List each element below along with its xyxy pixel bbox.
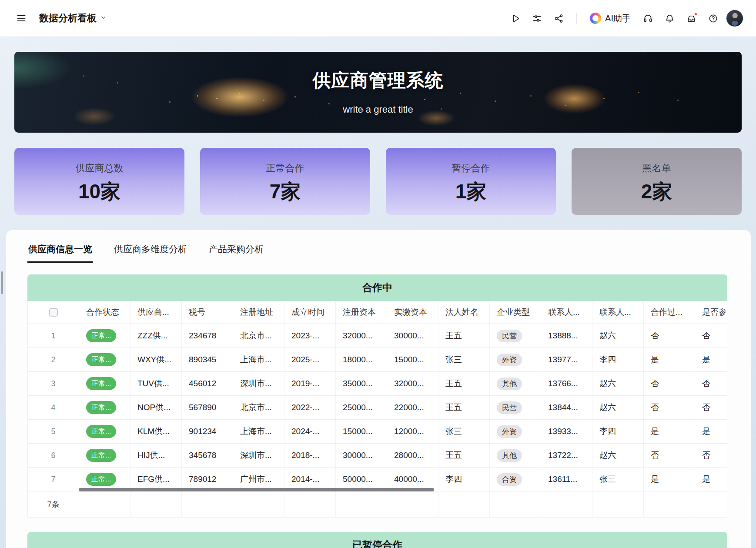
footer-cell	[284, 491, 336, 517]
cell-address: 北京市...	[233, 396, 284, 419]
row-index: 5	[28, 420, 79, 443]
stat-card-paused-cooperation[interactable]: 暂停合作 1家	[386, 148, 556, 215]
cell-contact_name: 赵六	[592, 444, 644, 467]
table-header-row: 合作状态供应商...税号注册地址成立时间注册资本实缴资本法人姓名企业类型联系人.…	[27, 301, 727, 324]
status-badge: 正常...	[86, 425, 116, 438]
menu-icon[interactable]	[13, 10, 30, 27]
share-icon[interactable]	[550, 10, 567, 27]
cell-contact_phone: 13766...	[541, 372, 592, 395]
table-footer-row: 7条	[27, 491, 727, 518]
select-all-checkbox[interactable]	[49, 308, 58, 317]
board-title[interactable]: 数据分析看板	[39, 12, 107, 25]
bell-icon[interactable]	[661, 10, 678, 27]
topbar: 数据分析看板 AI助手	[0, 0, 756, 37]
table-row[interactable]: 4正常...NOP供...567890北京市...2022-...25000..…	[28, 396, 727, 420]
stat-label: 黑名单	[642, 162, 671, 175]
row-index: 4	[28, 396, 79, 419]
footer-cell	[695, 491, 728, 517]
cell-legal_name: 张三	[438, 348, 490, 371]
stat-card-blacklist[interactable]: 黑名单 2家	[572, 148, 742, 215]
cell-company_type: 民营	[490, 324, 541, 348]
cell-contact_phone: 13722...	[541, 444, 592, 467]
cell-legal_name: 李四	[438, 468, 490, 491]
avatar[interactable]	[726, 10, 743, 27]
headset-icon[interactable]	[639, 10, 656, 27]
stat-card-total-suppliers[interactable]: 供应商总数 10家	[14, 148, 184, 215]
play-icon[interactable]	[507, 10, 523, 27]
supplier-table-cooperating: 合作中 合作状态供应商...税号注册地址成立时间注册资本实缴资本法人姓名企业类型…	[27, 274, 727, 518]
settings-sliders-icon[interactable]	[529, 10, 545, 27]
tab-product-procurement-analysis[interactable]: 产品采购分析	[208, 241, 264, 263]
stats-row: 供应商总数 10家 正常合作 7家 暂停合作 1家 黑名单 2家	[14, 148, 742, 215]
cell-name: HIJ供...	[130, 444, 182, 467]
column-header[interactable]: 供应商...	[130, 301, 182, 324]
cell-coop: 否	[644, 396, 695, 419]
ai-assistant-icon	[590, 13, 601, 24]
cell-reg_capital: 32000...	[336, 324, 387, 348]
cell-status: 正常...	[79, 468, 130, 491]
cell-contact_phone: 13977...	[541, 348, 592, 371]
app: 数据分析看板 AI助手	[0, 0, 756, 548]
ai-assistant-button[interactable]: AI助手	[586, 10, 634, 27]
cell-coop: 否	[644, 372, 695, 395]
column-header[interactable]: 实缴资本	[387, 301, 438, 324]
tab-supplier-info-overview[interactable]: 供应商信息一览	[27, 241, 93, 263]
cell-tax_no: 789012	[182, 468, 233, 491]
ai-assistant-label: AI助手	[605, 13, 631, 24]
table-row[interactable]: 5正常...KLM供...901234上海市...2024-...15000..…	[28, 420, 727, 444]
stat-value: 2家	[641, 178, 672, 205]
cell-legal_name: 王五	[438, 372, 490, 395]
cell-paid_capital: 28000...	[387, 444, 438, 467]
cell-founded: 2014-...	[284, 468, 336, 491]
cell-paid_capital: 30000...	[387, 324, 438, 348]
column-header[interactable]: 成立时间	[284, 301, 336, 324]
column-header[interactable]: 是否参	[695, 301, 728, 324]
cell-company_type: 合资	[490, 468, 541, 491]
inbox-icon[interactable]	[683, 10, 699, 27]
table-row[interactable]: 2正常...WXY供...890345上海市...2025-...18000..…	[28, 348, 727, 372]
cell-contact_name: 李四	[592, 420, 644, 443]
footer-cell	[541, 491, 592, 517]
column-header[interactable]: 联系人...	[592, 301, 644, 324]
cell-name: WXY供...	[130, 348, 182, 371]
column-header[interactable]: 税号	[182, 301, 233, 324]
supplier-table-paused: 已暂停合作	[27, 532, 727, 548]
cell-founded: 2019-...	[284, 372, 336, 395]
cell-status: 正常...	[79, 420, 130, 443]
cell-participated: 是	[695, 348, 728, 371]
column-header[interactable]: 合作状态	[79, 301, 130, 324]
column-header[interactable]: 注册资本	[336, 301, 387, 324]
cell-founded: 2023-...	[284, 324, 336, 348]
stat-card-normal-cooperation[interactable]: 正常合作 7家	[200, 148, 370, 215]
cell-participated: 否	[695, 324, 728, 348]
help-icon[interactable]	[705, 10, 721, 27]
status-badge: 正常...	[86, 473, 116, 486]
column-header[interactable]: 企业类型	[490, 301, 541, 324]
cell-address: 广州市...	[233, 468, 284, 491]
status-badge: 正常...	[86, 353, 116, 366]
vertical-scrollbar[interactable]	[1, 271, 3, 294]
footer-cell	[592, 491, 644, 517]
cell-paid_capital: 40000...	[387, 468, 438, 491]
status-badge: 正常...	[86, 377, 116, 390]
company-type-badge: 外资	[497, 354, 522, 366]
cell-coop: 是	[644, 468, 695, 491]
cell-tax_no: 345678	[182, 444, 233, 467]
column-header[interactable]: 注册地址	[233, 301, 284, 324]
company-type-badge: 其他	[497, 378, 522, 390]
horizontal-scrollbar[interactable]	[79, 488, 434, 491]
cell-address: 深圳市...	[233, 444, 284, 467]
table-row[interactable]: 1正常...ZZZ供...234678北京市...2023-...32000..…	[28, 324, 727, 348]
column-header[interactable]: 合作过...	[644, 301, 695, 324]
table-row[interactable]: 6正常...HIJ供...345678深圳市...2018-...30000..…	[28, 444, 727, 468]
table-row[interactable]: 3正常...TUV供...456012深圳市...2019-...35000..…	[28, 372, 727, 396]
tab-supplier-multidimensional-analysis[interactable]: 供应商多维度分析	[113, 241, 188, 263]
cell-contact_name: 赵六	[592, 396, 644, 419]
company-type-badge: 其他	[497, 449, 522, 462]
column-header[interactable]: 法人姓名	[438, 301, 490, 324]
footer-cell	[644, 491, 695, 517]
cell-name: ZZZ供...	[130, 324, 182, 348]
table-group-header: 合作中	[27, 274, 727, 301]
column-header[interactable]: 联系人...	[541, 301, 592, 324]
cell-status: 正常...	[79, 324, 130, 348]
